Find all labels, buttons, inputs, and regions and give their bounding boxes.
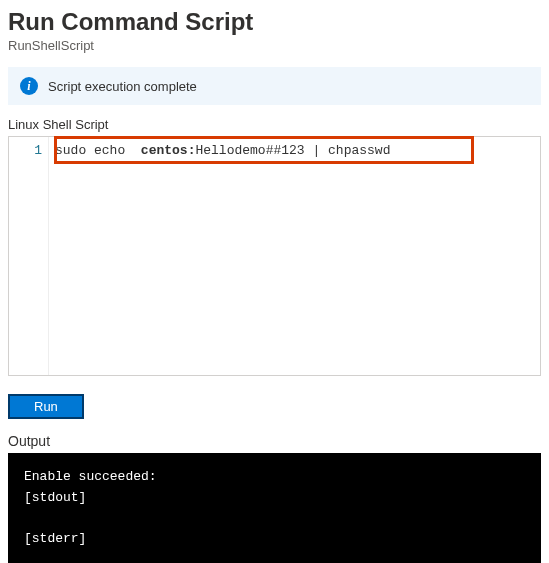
status-banner: i Script execution complete [8, 67, 541, 105]
code-user: centos: [141, 143, 196, 158]
output-console: Enable succeeded: [stdout] [stderr] [8, 453, 541, 563]
code-prefix: sudo echo [55, 143, 141, 158]
line-gutter: 1 [9, 137, 49, 375]
status-message: Script execution complete [48, 79, 197, 94]
page-subtitle: RunShellScript [8, 38, 541, 53]
run-button[interactable]: Run [8, 394, 84, 419]
code-line[interactable]: sudo echo centos:Hellodemo##123 | chpass… [55, 141, 534, 161]
info-icon: i [20, 77, 38, 95]
line-number: 1 [9, 141, 42, 161]
button-row: Run [8, 394, 541, 419]
code-rest: Hellodemo##123 | chpasswd [195, 143, 390, 158]
page-title: Run Command Script [8, 8, 541, 36]
code-content[interactable]: sudo echo centos:Hellodemo##123 | chpass… [49, 137, 540, 375]
editor-label: Linux Shell Script [8, 117, 541, 132]
output-label: Output [8, 433, 541, 449]
script-editor[interactable]: 1 sudo echo centos:Hellodemo##123 | chpa… [8, 136, 541, 376]
